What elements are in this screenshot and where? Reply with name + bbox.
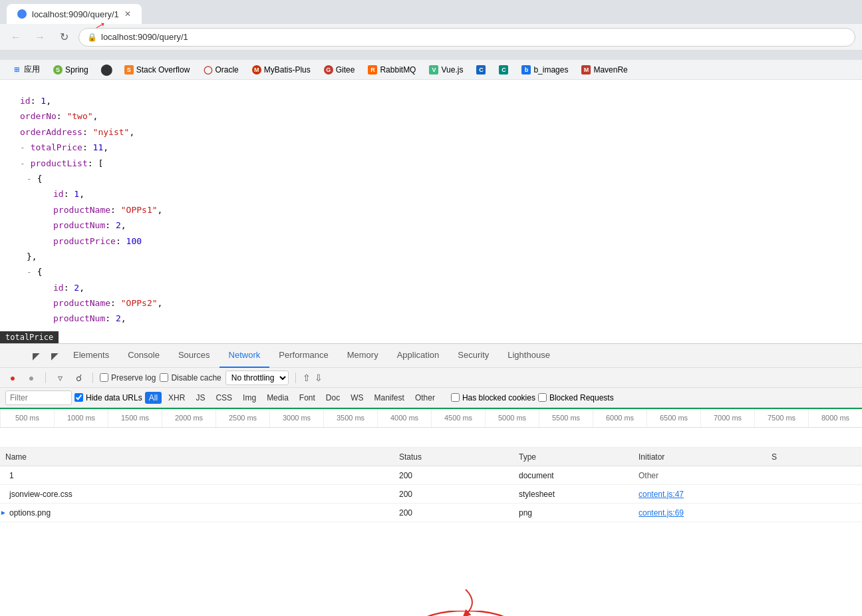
preserve-log-checkbox[interactable]: Preserve log — [100, 373, 156, 383]
filter-input[interactable] — [5, 390, 72, 405]
back-button[interactable]: ← — [7, 28, 25, 47]
json-line-p1-price: productPrice: 100 — [13, 233, 849, 249]
download-button[interactable]: ⇩ — [315, 373, 323, 383]
header-status: Status — [399, 452, 519, 462]
json-line-id: id: 1, — [13, 93, 849, 108]
bookmark-rabbitmq-label: RabbitMQ — [380, 65, 416, 75]
tab-security[interactable]: Security — [448, 344, 498, 368]
tick-8000: 8000 ms — [808, 408, 862, 427]
bookmark-gitee[interactable]: G Gitee — [319, 64, 360, 76]
filter-type-other[interactable]: Other — [411, 392, 439, 404]
bookmark-mybatis[interactable]: M MyBatis-Plus — [247, 64, 316, 76]
hide-data-urls-checkbox[interactable]: Hide data URLs — [74, 393, 142, 402]
filter-type-xhr[interactable]: XHR — [164, 392, 189, 404]
bookmark-rabbitmq[interactable]: R RabbitMQ — [362, 64, 421, 76]
bookmark-b-images[interactable]: b b_images — [516, 64, 573, 76]
c1-icon: C — [476, 65, 486, 75]
tick-2000: 2000 ms — [162, 408, 216, 427]
record-button[interactable]: ● — [5, 371, 20, 385]
devtools-inspect-button[interactable]: ◤ — [27, 347, 45, 365]
lock-icon: 🔒 — [87, 33, 97, 42]
request-row-3[interactable]: ► options.png 200 png content.js:69 — [0, 504, 862, 522]
bookmark-stackoverflow[interactable]: S Stack Overflow — [119, 64, 196, 76]
disable-cache-input[interactable] — [160, 373, 168, 382]
request-row-2[interactable]: jsonview-core.css 200 stylesheet content… — [0, 485, 862, 504]
row1-name: 1 — [7, 471, 399, 480]
has-blocked-cookies-checkbox[interactable]: Has blocked cookies — [451, 393, 535, 402]
tick-1000: 1000 ms — [54, 408, 108, 427]
mybatis-icon: M — [252, 65, 261, 75]
tab-elements[interactable]: Elements — [64, 344, 118, 368]
reload-button[interactable]: ↻ — [55, 28, 73, 47]
address-bar[interactable]: 🔒 localhost:9090/query/1 — [78, 28, 855, 47]
clear-button[interactable]: ● — [24, 371, 39, 385]
tab-bar: localhost:9090/query/1 ✕ — [0, 0, 862, 24]
filter-type-doc[interactable]: Doc — [322, 392, 344, 404]
search-button[interactable]: ☌ — [71, 371, 86, 385]
disable-cache-label: Disable cache — [171, 373, 221, 383]
tab-performance[interactable]: Performance — [269, 344, 337, 368]
bookmark-apps[interactable]: ⊞ 应用 — [7, 63, 45, 77]
gitee-icon: G — [324, 65, 333, 75]
tab-close-button[interactable]: ✕ — [124, 9, 131, 19]
bookmark-github[interactable]: ⬤ — [96, 64, 116, 76]
tab-sources[interactable]: Sources — [169, 344, 219, 368]
tab-memory[interactable]: Memory — [338, 344, 388, 368]
request-row-1[interactable]: 1 200 document Other — [0, 466, 862, 485]
blocked-requests-input[interactable] — [538, 393, 547, 402]
tab-network[interactable]: Network — [219, 344, 270, 368]
json-line-p2-id: id: 2, — [13, 280, 849, 295]
row3-name: options.png — [7, 508, 399, 518]
json-line-bracket3: - { — [13, 264, 849, 279]
bookmark-c2[interactable]: C — [494, 64, 513, 76]
browser-chrome: localhost:9090/query/1 ✕ ← → ↻ 🔒 localho… — [0, 0, 862, 60]
preserve-log-input[interactable] — [100, 373, 108, 382]
blocked-requests-checkbox[interactable]: Blocked Requests — [538, 393, 614, 402]
url-text: localhost:9090/query/1 — [101, 32, 188, 42]
bookmark-mavenre-label: MavenRe — [593, 65, 627, 75]
row3-type: png — [519, 508, 639, 518]
tab-lighthouse[interactable]: Lighthouse — [498, 344, 559, 368]
bookmark-mavenre[interactable]: M MavenRe — [576, 64, 633, 76]
row2-name: jsonview-core.css — [7, 490, 399, 499]
tab-application[interactable]: Application — [388, 344, 449, 368]
json-line-bracket1: - { — [13, 171, 849, 186]
upload-button[interactable]: ⇧ — [303, 373, 311, 383]
json-line-p2-num: productNum: 2, — [13, 311, 849, 326]
vuejs-icon: V — [429, 65, 438, 75]
tick-5000: 5000 ms — [485, 408, 539, 427]
hide-data-urls-input[interactable] — [74, 393, 83, 402]
row2-initiator[interactable]: content.js:47 — [639, 490, 772, 499]
active-tab[interactable]: localhost:9090/query/1 ✕ — [7, 4, 142, 24]
tab-console[interactable]: Console — [118, 344, 169, 368]
bookmark-vuejs[interactable]: V Vue.js — [424, 64, 468, 76]
json-line-orderno: orderNo: "two", — [13, 108, 849, 124]
row3-initiator[interactable]: content.js:69 — [639, 508, 772, 518]
filter-type-ws[interactable]: WS — [347, 392, 367, 404]
filter-type-manifest[interactable]: Manifest — [370, 392, 408, 404]
filter-type-img[interactable]: Img — [239, 392, 260, 404]
bookmark-spring-label: Spring — [65, 65, 88, 75]
bookmark-stackoverflow-label: Stack Overflow — [136, 65, 190, 75]
filter-type-media[interactable]: Media — [263, 392, 293, 404]
filter-type-font[interactable]: Font — [295, 392, 319, 404]
has-blocked-cookies-input[interactable] — [451, 393, 460, 402]
bookmark-c1[interactable]: C — [471, 64, 491, 76]
bookmark-spring[interactable]: S Spring — [48, 64, 94, 76]
disable-cache-checkbox[interactable]: Disable cache — [160, 373, 221, 383]
request-header: Name Status Type Initiator S — [0, 448, 862, 466]
json-line-orderaddress: orderAddress: "nyist", — [13, 124, 849, 140]
filter-button[interactable]: ▿ — [53, 371, 67, 385]
filter-type-all[interactable]: All — [145, 392, 162, 404]
devtools-device-button[interactable]: ◤ — [45, 347, 64, 365]
row2-type: stylesheet — [519, 490, 639, 499]
bookmark-mybatis-label: MyBatis-Plus — [264, 65, 311, 75]
header-name: Name — [0, 452, 399, 462]
forward-button[interactable]: → — [31, 28, 49, 47]
filter-type-js[interactable]: JS — [192, 392, 209, 404]
filter-type-css[interactable]: CSS — [212, 392, 236, 404]
bookmark-apps-label: 应用 — [24, 64, 40, 75]
tick-3000: 3000 ms — [269, 408, 323, 427]
throttling-select[interactable]: No throttling — [225, 371, 289, 385]
bookmark-oracle[interactable]: ◯ Oracle — [198, 64, 243, 76]
